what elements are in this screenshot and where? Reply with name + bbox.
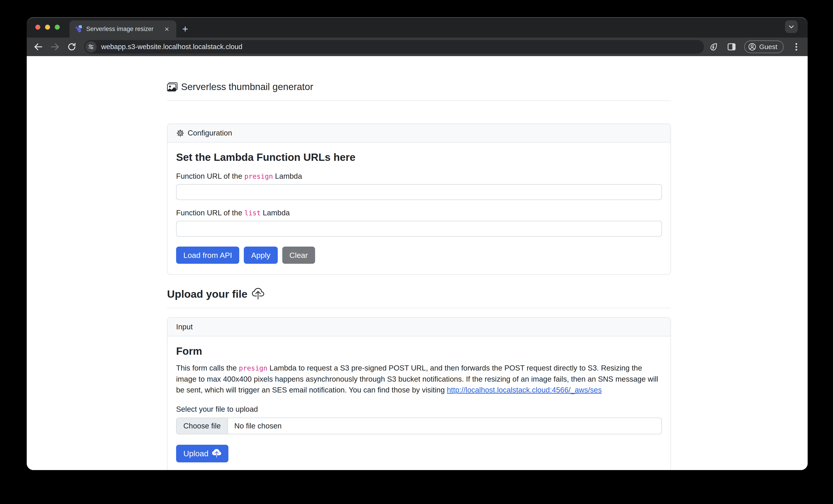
presign-url-input[interactable] xyxy=(176,184,662,200)
browser-toolbar: webapp.s3-website.localhost.localstack.c… xyxy=(27,37,808,56)
list-url-label: Function URL of the list Lambda xyxy=(176,208,662,217)
url-bar[interactable]: webapp.s3-website.localhost.localstack.c… xyxy=(84,40,704,54)
forward-button[interactable] xyxy=(49,41,61,52)
divider xyxy=(167,308,671,308)
input-card: Input Form This form calls the presign L… xyxy=(167,318,671,470)
reload-button[interactable] xyxy=(66,41,77,52)
reload-icon xyxy=(67,42,77,52)
window-controls xyxy=(35,25,60,30)
tune-icon xyxy=(87,43,95,50)
clear-button[interactable]: Clear xyxy=(282,247,315,264)
site-settings-button[interactable] xyxy=(85,41,97,52)
maximize-window-button[interactable] xyxy=(55,25,60,30)
kebab-menu-icon xyxy=(791,42,801,52)
form-description: This form calls the presign Lambda to re… xyxy=(176,362,662,396)
configuration-card-header: Configuration xyxy=(167,124,670,143)
configuration-buttons: Load from API Apply Clear xyxy=(176,247,662,264)
presign-url-label: Function URL of the presign Lambda xyxy=(176,172,662,180)
toolbar-right-tools: Guest xyxy=(708,41,802,53)
browser-tab[interactable]: Serverless image resizer × xyxy=(70,20,176,37)
profile-label: Guest xyxy=(759,43,777,51)
browser-menu-button[interactable] xyxy=(791,42,802,52)
divider xyxy=(167,100,671,101)
upload-button[interactable]: Upload xyxy=(176,445,229,462)
choose-file-button[interactable]: Choose file xyxy=(176,418,228,434)
page-content: Serverless thumbnail generator Configura… xyxy=(27,56,808,470)
input-card-title: Input xyxy=(176,323,193,331)
side-panel-icon xyxy=(727,42,737,52)
images-icon xyxy=(167,82,177,92)
close-window-button[interactable] xyxy=(35,25,40,30)
tab-title: Serverless image resizer xyxy=(86,26,162,32)
list-url-input[interactable] xyxy=(176,221,662,236)
configuration-card: Configuration Set the Lambda Function UR… xyxy=(167,124,671,275)
tab-search-button[interactable] xyxy=(785,20,798,33)
input-card-header: Input xyxy=(167,318,670,336)
side-panel-button[interactable] xyxy=(726,42,737,52)
lambda-urls-heading: Set the Lambda Function URLs here xyxy=(176,151,662,163)
minimize-window-button[interactable] xyxy=(45,25,50,30)
file-status-text: No file chosen xyxy=(228,422,282,430)
form-heading: Form xyxy=(176,345,662,357)
ses-link[interactable]: http://localhost.localstack.cloud:4566/_… xyxy=(447,386,602,394)
upload-heading-text: Upload your file xyxy=(167,288,247,300)
cloud-upload-fill-icon xyxy=(212,449,221,458)
url-text: webapp.s3-website.localhost.localstack.c… xyxy=(101,43,242,51)
load-from-api-button[interactable]: Load from API xyxy=(176,247,239,264)
person-circle-icon xyxy=(748,43,757,51)
gear-icon xyxy=(176,129,185,137)
page-title: Serverless thumbnail generator xyxy=(181,81,313,92)
page-header: Serverless thumbnail generator xyxy=(167,81,671,92)
chevron-down-icon xyxy=(787,23,795,30)
apply-button[interactable]: Apply xyxy=(244,247,278,264)
profile-button[interactable]: Guest xyxy=(744,41,784,53)
browser-window: Serverless image resizer × + xyxy=(27,17,808,470)
back-button[interactable] xyxy=(32,41,44,52)
cloud-upload-icon xyxy=(252,288,264,300)
back-arrow-icon xyxy=(33,42,43,52)
performance-button[interactable] xyxy=(708,42,719,52)
upload-section-heading: Upload your file xyxy=(167,288,671,300)
tab-strip: Serverless image resizer × + xyxy=(27,18,808,37)
presign-code-text: presign xyxy=(239,364,267,372)
tab-close-icon[interactable]: × xyxy=(162,24,172,34)
new-tab-button[interactable]: + xyxy=(179,23,191,35)
file-select-label: Select your file to upload xyxy=(176,405,662,413)
file-input[interactable]: Choose file No file chosen xyxy=(176,418,662,434)
presign-code-text: presign xyxy=(244,172,273,180)
forward-arrow-icon xyxy=(50,42,60,52)
configuration-card-title: Configuration xyxy=(188,129,232,137)
list-code-text: list xyxy=(244,209,261,217)
leaf-energy-icon xyxy=(709,42,718,52)
localstack-favicon-icon xyxy=(74,25,82,33)
